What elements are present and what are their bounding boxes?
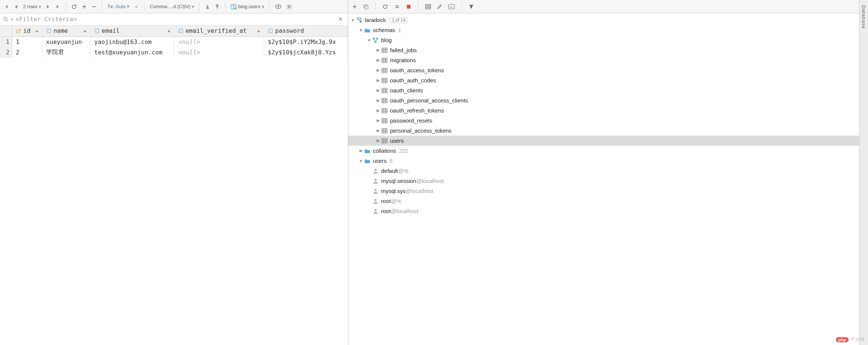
duplicate-button[interactable]: [362, 2, 370, 11]
svg-rect-14: [269, 29, 270, 33]
column-icon: [178, 28, 183, 34]
cell-name[interactable]: xueyuanjun: [42, 37, 90, 47]
tree-table-personal-access-tokens[interactable]: ▶ personal_access_tokens: [348, 126, 859, 136]
col-header-email[interactable]: email◆: [91, 25, 174, 37]
query-console-button[interactable]: QL: [447, 2, 456, 11]
twistie-icon[interactable]: ▶: [375, 88, 381, 93]
twistie-icon[interactable]: ▶: [358, 148, 364, 153]
table-ref-dropdown[interactable]: blog.users ▾: [229, 4, 266, 9]
twistie-icon[interactable]: ▶: [375, 118, 381, 123]
cell-name[interactable]: 学院君: [42, 47, 90, 58]
cell-id[interactable]: 1: [12, 37, 42, 47]
col-header-email-verified-at[interactable]: email_verified_at◆: [174, 25, 264, 37]
database-tool-tab[interactable]: Database: [859, 0, 868, 345]
col-header-name[interactable]: name◆: [42, 25, 90, 37]
filter-dropdown-icon[interactable]: ▾: [11, 17, 13, 22]
view-button[interactable]: [273, 2, 283, 11]
tree-label: oauth_clients: [390, 87, 423, 94]
refresh-button[interactable]: [70, 2, 79, 11]
twistie-icon[interactable]: ▶: [375, 108, 381, 113]
tree-table-password-resets[interactable]: ▶ password_resets: [348, 115, 859, 126]
data-grid[interactable]: id◆ name◆ email◆ email_verified_at◆ pass…: [0, 25, 348, 345]
table-row[interactable]: 11xueyuanjunyaojinbu@163.com<null>$2y$10…: [0, 37, 348, 47]
cell-email[interactable]: yaojinbu@163.com: [91, 37, 174, 47]
database-panel: QL ▼ laradock1 of 14 ▼ schemas1 ▼ blog ▶…: [348, 0, 868, 345]
twistie-icon[interactable]: ▶: [375, 138, 381, 143]
col-header-id[interactable]: id◆: [12, 25, 42, 37]
tree-user[interactable]: mysql.session@localhost: [348, 176, 859, 186]
add-row-button[interactable]: [80, 2, 88, 11]
watermark: php中文网: [836, 336, 864, 343]
tree-table-oauth-clients[interactable]: ▶ oauth_clients: [348, 85, 859, 95]
tree-user[interactable]: mysql.sys@localhost: [348, 186, 859, 196]
twistie-icon[interactable]: ▶: [375, 128, 381, 133]
next-page-button[interactable]: [44, 2, 52, 11]
svg-rect-33: [382, 129, 387, 133]
tree-table-oauth-refresh-tokens[interactable]: ▶ oauth_refresh_tokens: [348, 105, 859, 115]
tree-table-migrations[interactable]: ▶ migrations: [348, 55, 859, 65]
clear-filter-button[interactable]: ✕: [336, 16, 345, 23]
twistie-icon[interactable]: ▼: [358, 159, 364, 163]
export-button[interactable]: [203, 2, 212, 11]
tree-user[interactable]: root@%: [348, 196, 859, 206]
col-label: name: [54, 27, 68, 34]
sort-icon[interactable]: ◆: [257, 28, 260, 34]
cell-email-verified-at[interactable]: <null>: [174, 37, 264, 47]
svg-point-38: [374, 199, 377, 201]
stop-button[interactable]: [405, 2, 413, 11]
cell-id[interactable]: 2: [12, 47, 42, 58]
svg-rect-16: [365, 6, 368, 9]
cell-email[interactable]: test@xueyuanjun.com: [91, 47, 174, 58]
filter-input[interactable]: [16, 16, 333, 23]
remove-row-button[interactable]: [90, 2, 98, 11]
tree-collations[interactable]: ▶ collations222: [348, 146, 859, 156]
tree-schema-blog[interactable]: ▼ blog: [348, 35, 859, 45]
export-format-dropdown[interactable]: Comma-…d (CSV) ▾: [148, 4, 196, 9]
svg-rect-22: [373, 38, 375, 39]
tree-user[interactable]: root@localhost: [348, 206, 859, 216]
tree-table-oauth-access-tokens[interactable]: ▶ oauth_access_tokens: [348, 65, 859, 75]
sync-button[interactable]: [393, 2, 402, 11]
tree-users[interactable]: ▼ users5: [348, 156, 859, 166]
database-tree[interactable]: ▼ laradock1 of 14 ▼ schemas1 ▼ blog ▶ fa…: [348, 13, 859, 218]
cell-email-verified-at[interactable]: <null>: [174, 47, 264, 58]
table-view-button[interactable]: [424, 2, 433, 11]
tx-mode-dropdown[interactable]: Tx: Auto ▾: [106, 4, 131, 9]
twistie-icon[interactable]: ▼: [358, 28, 364, 32]
settings-button[interactable]: [285, 2, 294, 11]
table-row[interactable]: 22学院君test@xueyuanjun.com<null>$2y$10$jcX…: [0, 47, 348, 58]
tree-schemas[interactable]: ▼ schemas1: [348, 25, 859, 35]
refresh-button[interactable]: [381, 2, 390, 11]
prev-page-button[interactable]: [12, 2, 20, 11]
svg-point-39: [374, 209, 377, 211]
twistie-icon[interactable]: ▶: [375, 78, 381, 83]
tree-table-oauth-auth-codes[interactable]: ▶ oauth_auth_codes: [348, 75, 859, 85]
twistie-icon[interactable]: ▶: [375, 68, 381, 73]
tree-table-oauth-personal-access-clients[interactable]: ▶ oauth_personal_access_clients: [348, 95, 859, 105]
last-page-button[interactable]: [54, 2, 62, 11]
new-button[interactable]: [351, 2, 359, 11]
col-header-password[interactable]: password: [264, 25, 348, 37]
tree-table-failed-jobs[interactable]: ▶ failed_jobs: [348, 45, 859, 55]
tree-datasource[interactable]: ▼ laradock1 of 14: [348, 15, 859, 25]
cell-password[interactable]: $2y$10$P.iY2MxJg.9x: [264, 37, 348, 47]
twistie-icon[interactable]: ▼: [350, 18, 356, 22]
twistie-icon[interactable]: ▼: [366, 38, 372, 42]
import-button[interactable]: [213, 2, 221, 11]
tree-user[interactable]: default@%: [348, 166, 859, 176]
cell-password[interactable]: $2y$10$jcXak8j0.Yzs: [264, 47, 348, 58]
twistie-icon[interactable]: ▶: [375, 98, 381, 103]
sort-icon[interactable]: ◆: [84, 28, 86, 34]
tree-icon: [372, 208, 379, 215]
tree-table-users[interactable]: ▶ users: [348, 136, 859, 146]
first-page-button[interactable]: [2, 2, 10, 11]
rows-count-dropdown[interactable]: 2 rows ▾: [22, 4, 42, 9]
filter-button[interactable]: [467, 2, 475, 11]
sort-icon[interactable]: ◆: [168, 28, 170, 34]
more-tx-button[interactable]: »: [132, 2, 140, 11]
twistie-icon[interactable]: ▶: [375, 58, 381, 63]
filter-row: ▾ ✕: [0, 13, 348, 25]
sort-icon[interactable]: ◆: [35, 28, 38, 34]
twistie-icon[interactable]: ▶: [375, 48, 381, 53]
edit-button[interactable]: [435, 2, 444, 11]
